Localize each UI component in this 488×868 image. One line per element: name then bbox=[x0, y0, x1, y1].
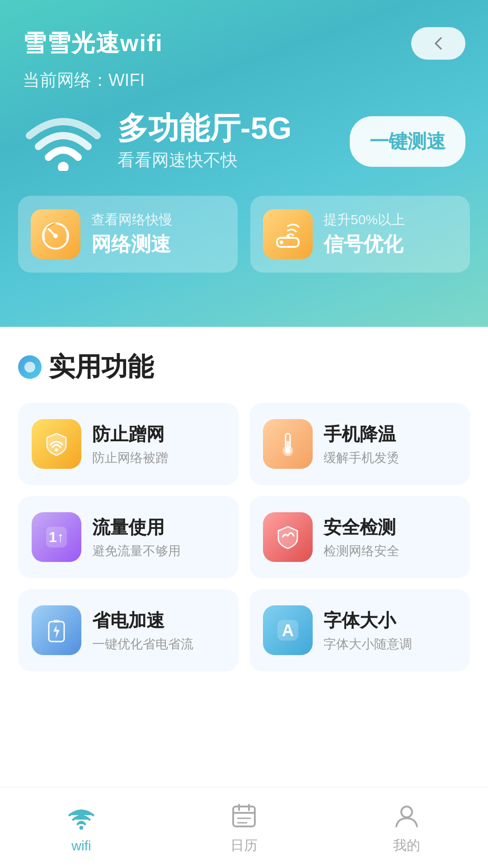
svg-point-17 bbox=[80, 826, 83, 830]
nav-label-wifi: wifi bbox=[71, 838, 91, 854]
quick-actions: 查看网络快慢 网络测速 提升50%以上 信号优化 bbox=[0, 196, 488, 300]
feature-card-data-usage[interactable]: 1↑ 流量使用 避免流量不够用 bbox=[18, 496, 239, 578]
feature-texts-battery: 省电加速 一键优化省电省流 bbox=[92, 608, 225, 653]
feature-texts-data-usage: 流量使用 避免流量不够用 bbox=[92, 515, 225, 560]
nav-tab-calendar[interactable]: 日历 bbox=[201, 791, 287, 864]
font-svg: A bbox=[274, 616, 302, 644]
signal-action-main: 信号优化 bbox=[324, 231, 457, 258]
content-area: 实用功能 防止蹭网 防止网络被蹭 bbox=[0, 327, 488, 762]
svg-point-5 bbox=[286, 235, 290, 239]
feature-main-font: 字体大小 bbox=[324, 608, 456, 633]
feature-main-data-usage: 流量使用 bbox=[92, 515, 225, 540]
feature-sub-anti-freeload: 防止网络被蹭 bbox=[92, 449, 225, 467]
speed-icon-container bbox=[31, 209, 80, 259]
speed-action-texts: 查看网络快慢 网络测速 bbox=[91, 211, 225, 258]
svg-point-0 bbox=[58, 162, 69, 171]
font-icon: A bbox=[263, 605, 313, 655]
router-icon bbox=[272, 218, 304, 250]
nav-tab-wifi[interactable]: wifi bbox=[38, 793, 124, 863]
feature-main-anti-freeload: 防止蹭网 bbox=[92, 422, 225, 447]
nav-profile-svg bbox=[394, 803, 420, 829]
section-dot-inner bbox=[24, 362, 35, 373]
speed-action-main: 网络测速 bbox=[91, 231, 225, 258]
svg-point-6 bbox=[55, 448, 58, 452]
feature-sub-battery: 一键优化省电省流 bbox=[92, 636, 225, 653]
svg-rect-14 bbox=[53, 620, 60, 623]
svg-point-24 bbox=[401, 807, 412, 817]
nav-wifi-svg bbox=[68, 806, 95, 830]
signal-icon-container bbox=[263, 209, 313, 259]
feature-grid: 防止蹭网 防止网络被蹭 手机降温 缓解手机发烫 bbox=[18, 403, 470, 671]
section-header: 实用功能 bbox=[18, 349, 470, 385]
thermometer-svg bbox=[274, 430, 302, 458]
svg-text:A: A bbox=[282, 621, 294, 640]
feature-card-font[interactable]: A 字体大小 字体大小随意调 bbox=[249, 589, 470, 671]
current-network-label: 当前网络： bbox=[23, 71, 108, 90]
feature-sub-font: 字体大小随意调 bbox=[324, 636, 456, 653]
wifi-icon-large bbox=[23, 110, 104, 173]
speedometer-icon bbox=[39, 218, 72, 250]
shield-wifi-icon bbox=[32, 419, 81, 469]
app-title: 雪雪光速wifi bbox=[23, 28, 163, 59]
section-title: 实用功能 bbox=[49, 349, 154, 385]
back-icon bbox=[429, 34, 447, 52]
wifi-signal-icon bbox=[25, 112, 102, 171]
feature-sub-data-usage: 避免流量不够用 bbox=[92, 542, 225, 560]
svg-text:1↑: 1↑ bbox=[49, 529, 64, 545]
security-icon bbox=[263, 512, 313, 562]
feature-card-security[interactable]: 安全检测 检测网络安全 bbox=[249, 496, 470, 578]
nav-wifi-icon bbox=[66, 802, 97, 834]
thermometer-icon bbox=[263, 419, 313, 469]
back-button[interactable] bbox=[411, 27, 465, 60]
feature-sub-cool-phone: 缓解手机发烫 bbox=[324, 449, 456, 467]
nav-calendar-svg bbox=[231, 803, 257, 829]
battery-icon bbox=[32, 605, 81, 655]
wifi-info-section: 多功能厅-5G 看看网速快不快 一键测速 bbox=[0, 110, 488, 196]
signal-action-texts: 提升50%以上 信号优化 bbox=[324, 211, 457, 258]
svg-point-10 bbox=[285, 448, 291, 453]
current-network: 当前网络：WIFI bbox=[0, 69, 488, 110]
data-usage-svg: 1↑ bbox=[42, 523, 70, 551]
feature-sub-security: 检测网络安全 bbox=[324, 542, 456, 560]
bottom-nav: wifi 日历 我的 bbox=[0, 787, 488, 868]
security-svg bbox=[274, 523, 302, 551]
svg-point-2 bbox=[53, 234, 58, 238]
speed-test-button[interactable]: 一键测速 bbox=[350, 116, 465, 167]
nav-tab-profile[interactable]: 我的 bbox=[364, 791, 450, 864]
nav-profile-icon bbox=[391, 800, 422, 832]
wifi-info-text: 多功能厅-5G 看看网速快不快 bbox=[117, 111, 336, 172]
feature-main-security: 安全检测 bbox=[324, 515, 456, 540]
wifi-name: 多功能厅-5G bbox=[117, 111, 336, 145]
nav-label-profile: 我的 bbox=[393, 836, 420, 855]
header-section: 雪雪光速wifi 当前网络：WIFI 多功能厅-5G 看看网速快不快 一键测速 bbox=[0, 0, 488, 327]
feature-texts-security: 安全检测 检测网络安全 bbox=[324, 515, 456, 560]
wifi-sub: 看看网速快不快 bbox=[117, 149, 336, 172]
top-bar: 雪雪光速wifi bbox=[0, 0, 488, 69]
nav-label-calendar: 日历 bbox=[230, 836, 258, 855]
feature-texts-font: 字体大小 字体大小随意调 bbox=[324, 608, 456, 653]
feature-texts-anti-freeload: 防止蹭网 防止网络被蹭 bbox=[92, 422, 225, 467]
feature-card-anti-freeload[interactable]: 防止蹭网 防止网络被蹭 bbox=[18, 403, 239, 485]
nav-calendar-icon bbox=[228, 800, 260, 832]
shield-wifi-svg bbox=[42, 430, 70, 458]
feature-card-battery[interactable]: 省电加速 一键优化省电省流 bbox=[18, 589, 239, 671]
battery-svg bbox=[42, 616, 70, 644]
feature-main-battery: 省电加速 bbox=[92, 608, 225, 633]
network-speed-card[interactable]: 查看网络快慢 网络测速 bbox=[18, 196, 238, 273]
feature-main-cool-phone: 手机降温 bbox=[324, 422, 456, 447]
feature-card-cool-phone[interactable]: 手机降温 缓解手机发烫 bbox=[249, 403, 470, 485]
signal-optimize-card[interactable]: 提升50%以上 信号优化 bbox=[250, 196, 470, 273]
feature-texts-cool-phone: 手机降温 缓解手机发烫 bbox=[324, 422, 456, 467]
speed-action-sub: 查看网络快慢 bbox=[91, 211, 225, 229]
section-dot bbox=[18, 355, 42, 379]
svg-point-4 bbox=[280, 241, 283, 244]
data-usage-icon: 1↑ bbox=[32, 512, 81, 562]
current-network-value: WIFI bbox=[108, 71, 145, 90]
signal-action-sub: 提升50%以上 bbox=[324, 211, 457, 229]
